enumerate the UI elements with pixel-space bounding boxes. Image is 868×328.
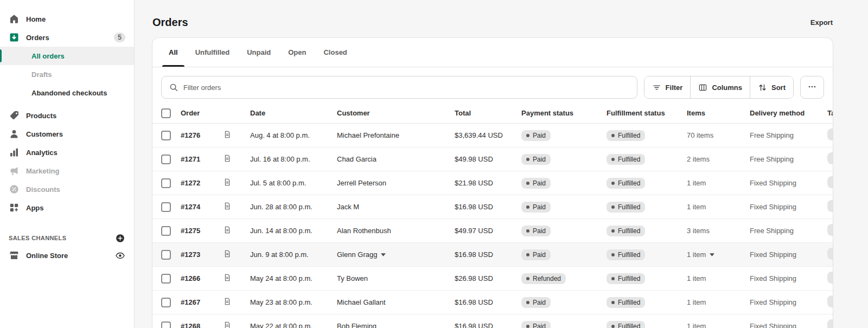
row-checkbox[interactable] <box>161 226 171 236</box>
filter-button-label: Filter <box>666 83 683 92</box>
add-sales-channel-button[interactable] <box>115 233 125 243</box>
payment-status-label: Paid <box>533 203 546 211</box>
row-checkbox[interactable] <box>161 274 171 284</box>
payment-status-badge: Paid <box>521 321 551 328</box>
row-checkbox[interactable] <box>161 321 171 328</box>
column-header-tags[interactable]: Tags <box>827 109 833 117</box>
row-checkbox[interactable] <box>161 250 171 260</box>
select-all-checkbox[interactable] <box>161 108 171 118</box>
table-header-row: Order Date Customer Total Payment status… <box>152 103 833 124</box>
column-header-total[interactable]: Total <box>455 109 521 117</box>
table-row[interactable]: #1268 May 22 at 8:00 p.m. Bob Fleming $1… <box>152 314 833 328</box>
tab-unfulfilled[interactable]: Unfulfilled <box>187 38 239 67</box>
tag-badge <box>827 319 833 328</box>
row-checkbox[interactable] <box>161 298 171 307</box>
order-number[interactable]: #1272 <box>181 179 223 187</box>
delivery-method: Fixed Shipping <box>750 298 827 306</box>
fulfillment-status-label: Fulfilled <box>618 203 640 211</box>
sidebar-item-all-orders[interactable]: All orders <box>0 47 134 65</box>
tab-all[interactable]: All <box>160 38 187 67</box>
payment-status-badge: Paid <box>521 297 551 308</box>
table-row[interactable]: #1275 Jun. 14 at 8:00 p.m. Alan Rothenbu… <box>152 219 833 243</box>
order-number[interactable]: #1275 <box>181 227 223 235</box>
sidebar-item-apps[interactable]: Apps <box>0 198 134 217</box>
fulfillment-status-label: Fulfilled <box>618 251 640 259</box>
payment-status-badge: Paid <box>521 130 551 141</box>
table-row[interactable]: #1266 May 24 at 8:00 p.m. Ty Bowen $26.9… <box>152 267 833 291</box>
sidebar-item-abandoned-checkouts[interactable]: Abandoned checkouts <box>0 83 134 102</box>
sidebar-item-products[interactable]: Products <box>0 106 134 125</box>
sidebar-item-drafts[interactable]: Drafts <box>0 65 134 83</box>
tab-unpaid[interactable]: Unpaid <box>238 38 279 67</box>
order-total: $3,639.44 USD <box>455 131 521 139</box>
items-caret-icon[interactable] <box>710 253 714 256</box>
sort-button[interactable]: Sort <box>750 76 793 98</box>
tag-badge <box>827 272 833 284</box>
table-row[interactable]: #1273 Jun. 9 at 8:00 p.m. Glenn Gragg $1… <box>152 243 833 267</box>
column-header-customer[interactable]: Customer <box>337 109 455 117</box>
bar-chart-icon <box>9 147 20 158</box>
columns-button[interactable]: Columns <box>691 76 750 98</box>
fulfillment-status-badge: Fulfilled <box>607 321 645 328</box>
column-header-delivery[interactable]: Delivery method <box>750 109 827 117</box>
table-row[interactable]: #1272 Jul. 5 at 8:00 p.m. Jerrell Peters… <box>152 171 833 195</box>
row-checkbox[interactable] <box>161 155 171 164</box>
order-date: Jun. 14 at 8:00 p.m. <box>250 227 337 235</box>
row-checkbox[interactable] <box>161 178 171 188</box>
order-number[interactable]: #1276 <box>181 131 223 139</box>
delivery-method: Free Shipping <box>750 131 827 139</box>
sidebar-item-customers[interactable]: Customers <box>0 125 134 143</box>
table-toolbar: Filter Columns Sort <box>152 67 833 103</box>
table-row[interactable]: #1274 Jun. 28 at 8:00 p.m. Jack M $16.98… <box>152 195 833 219</box>
order-number[interactable]: #1267 <box>181 298 223 306</box>
column-header-payment[interactable]: Payment status <box>521 109 607 117</box>
order-number[interactable]: #1273 <box>181 250 223 259</box>
sidebar-item-analytics[interactable]: Analytics <box>0 143 134 162</box>
order-number[interactable]: #1266 <box>181 274 223 282</box>
column-header-date[interactable]: Date <box>250 109 337 117</box>
table-row[interactable]: #1276 Aug. 4 at 8:00 p.m. Michael Prefon… <box>152 124 833 147</box>
order-number[interactable]: #1274 <box>181 203 223 211</box>
column-header-items[interactable]: Items <box>687 109 750 117</box>
sidebar-item-discounts[interactable]: Discounts <box>0 180 134 198</box>
sidebar-item-label: Discounts <box>26 185 60 194</box>
search-orders-field[interactable] <box>161 76 637 99</box>
sales-channels-header: SALES CHANNELS <box>0 230 134 246</box>
order-total: $21.98 USD <box>455 179 521 187</box>
tab-open[interactable]: Open <box>279 38 315 67</box>
sidebar-item-label: Apps <box>26 204 44 212</box>
column-header-order[interactable]: Order <box>181 109 223 117</box>
columns-icon <box>698 83 707 92</box>
order-date: May 22 at 8:00 p.m. <box>250 322 337 328</box>
search-input[interactable] <box>183 83 630 92</box>
status-dot-icon <box>611 134 615 137</box>
row-checkbox[interactable] <box>161 202 171 212</box>
sidebar-item-orders[interactable]: Orders 5 <box>0 28 134 47</box>
items-count: 70 items <box>687 131 713 139</box>
sidebar-item-label: Products <box>26 112 56 120</box>
column-header-fulfillment[interactable]: Fulfillment status <box>607 109 687 117</box>
apps-grid-icon <box>9 202 20 213</box>
table-controls-group: Filter Columns Sort <box>644 76 794 99</box>
fulfillment-status-label: Fulfilled <box>618 323 640 328</box>
customer-name: Alan Rothenbush <box>337 227 391 235</box>
sidebar-item-marketing[interactable]: Marketing <box>0 162 134 180</box>
items-count: 2 items <box>687 155 710 163</box>
export-button[interactable]: Export <box>810 18 833 27</box>
order-total: $49.98 USD <box>455 155 521 163</box>
filter-button[interactable]: Filter <box>644 76 691 98</box>
fulfillment-status-badge: Fulfilled <box>607 249 645 260</box>
order-date: Jul. 16 at 8:00 p.m. <box>250 155 337 163</box>
discount-icon <box>9 184 20 195</box>
table-row[interactable]: #1271 Jul. 16 at 8:00 p.m. Chad Garcia $… <box>152 147 833 171</box>
order-number[interactable]: #1268 <box>181 322 223 328</box>
preview-store-button[interactable] <box>115 250 125 261</box>
sidebar-item-home[interactable]: Home <box>0 10 134 28</box>
sidebar-item-online-store[interactable]: Online Store <box>0 246 134 265</box>
table-row[interactable]: #1267 May 23 at 8:00 p.m. Michael Gallan… <box>152 291 833 314</box>
more-actions-button[interactable] <box>800 76 824 99</box>
row-checkbox[interactable] <box>161 131 171 140</box>
tab-closed[interactable]: Closed <box>315 38 355 67</box>
order-number[interactable]: #1271 <box>181 155 223 163</box>
customer-caret-icon[interactable] <box>381 253 386 256</box>
